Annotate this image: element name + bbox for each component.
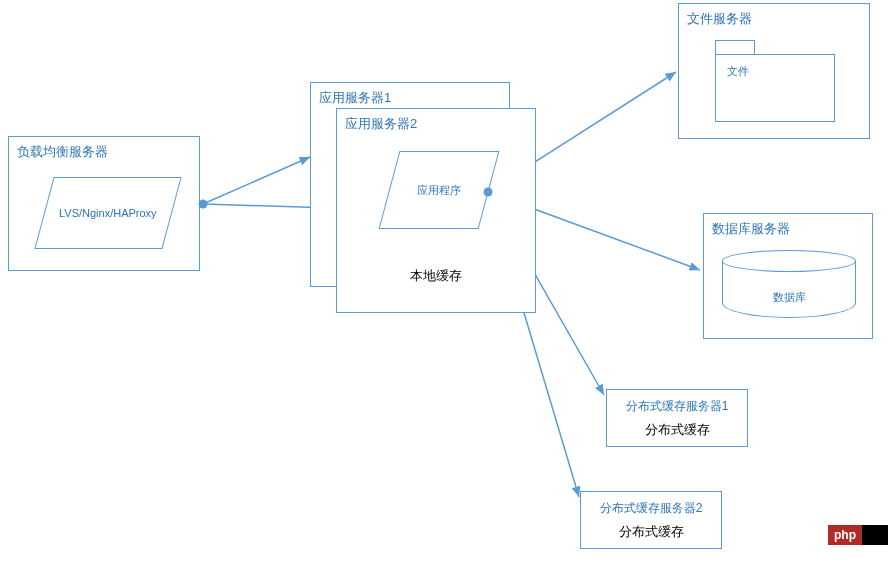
folder-icon: 文件 [715, 40, 835, 122]
dist-cache-2-label: 分布式缓存 [581, 517, 721, 541]
badge-left: php [828, 525, 862, 545]
app-program-shape: 应用程序 [379, 151, 500, 229]
db-label: 数据库 [722, 290, 856, 305]
app-connector-dot [484, 188, 493, 197]
php-badge: php [828, 525, 888, 545]
load-balancer-title: 负载均衡服务器 [9, 137, 199, 167]
badge-right [862, 525, 888, 545]
file-server-box: 文件服务器 文件 [678, 3, 870, 139]
dist-cache-2-box: 分布式缓存服务器2 分布式缓存 [580, 491, 722, 549]
diagram-stage: 负载均衡服务器 LVS/Nginx/HAProxy 应用服务器1 应用服务器2 … [0, 0, 896, 583]
file-server-title: 文件服务器 [679, 4, 869, 34]
app-server-2-title: 应用服务器2 [337, 109, 535, 139]
dist-cache-1-title: 分布式缓存服务器1 [607, 390, 747, 415]
dist-cache-1-label: 分布式缓存 [607, 415, 747, 439]
load-balancer-shape: LVS/Nginx/HAProxy [34, 177, 181, 249]
load-balancer-box: 负载均衡服务器 LVS/Nginx/HAProxy [8, 136, 200, 271]
dist-cache-1-box: 分布式缓存服务器1 分布式缓存 [606, 389, 748, 447]
dist-cache-2-title: 分布式缓存服务器2 [581, 492, 721, 517]
db-cylinder-icon: 数据库 [722, 250, 856, 324]
lb-connector-dot [199, 200, 208, 209]
db-server-box: 数据库服务器 数据库 [703, 213, 873, 339]
app-server-2-box: 应用服务器2 应用程序 本地缓存 [336, 108, 536, 313]
load-balancer-tech: LVS/Nginx/HAProxy [59, 207, 157, 219]
local-cache-label: 本地缓存 [337, 267, 535, 285]
app-program-label: 应用程序 [417, 183, 461, 198]
folder-label: 文件 [727, 64, 749, 79]
db-server-title: 数据库服务器 [704, 214, 872, 244]
svg-line-0 [203, 157, 310, 204]
